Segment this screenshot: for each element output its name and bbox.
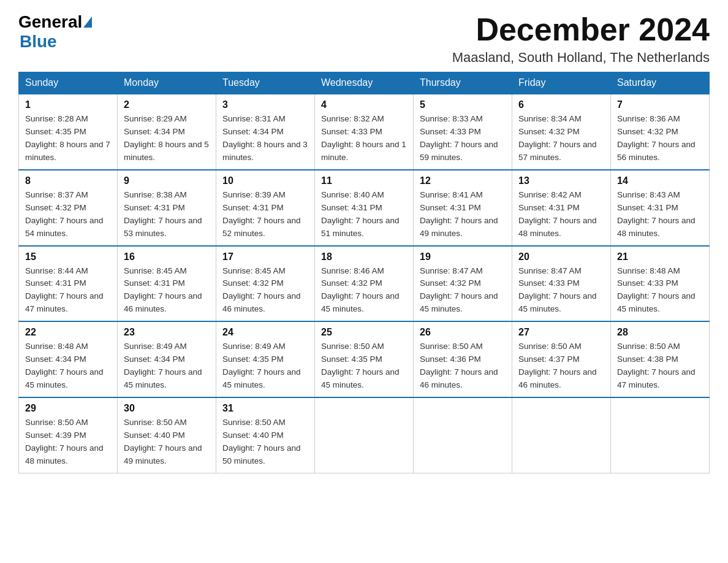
day-number: 10	[222, 175, 308, 186]
day-number: 20	[518, 251, 604, 262]
day-number: 3	[222, 99, 308, 110]
logo-blue-text: Blue	[20, 32, 57, 51]
day-header-monday: Monday	[118, 72, 216, 94]
month-year-title: December 2024	[452, 12, 710, 47]
day-number: 22	[25, 327, 111, 338]
day-info: Sunrise: 8:50 AMSunset: 4:40 PMDaylight:…	[124, 416, 210, 468]
day-number: 4	[321, 99, 407, 110]
day-header-sunday: Sunday	[19, 72, 118, 94]
location-subtitle: Maasland, South Holland, The Netherlands	[452, 50, 710, 66]
day-number: 29	[25, 403, 111, 414]
day-number: 13	[518, 175, 604, 186]
day-cell-28: 28Sunrise: 8:50 AMSunset: 4:38 PMDayligh…	[611, 321, 710, 397]
week-row-4: 22Sunrise: 8:48 AMSunset: 4:34 PMDayligh…	[19, 321, 710, 397]
day-cell-23: 23Sunrise: 8:49 AMSunset: 4:34 PMDayligh…	[118, 321, 216, 397]
day-number: 24	[222, 327, 308, 338]
day-info: Sunrise: 8:50 AMSunset: 4:40 PMDaylight:…	[222, 416, 308, 468]
logo-general-text: General	[18, 12, 82, 32]
day-cell-12: 12Sunrise: 8:41 AMSunset: 4:31 PMDayligh…	[414, 170, 512, 246]
day-number: 26	[420, 327, 506, 338]
day-number: 15	[25, 251, 111, 262]
day-cell-25: 25Sunrise: 8:50 AMSunset: 4:35 PMDayligh…	[315, 321, 414, 397]
day-header-friday: Friday	[512, 72, 611, 94]
day-cell-5: 5Sunrise: 8:33 AMSunset: 4:33 PMDaylight…	[414, 94, 512, 170]
day-info: Sunrise: 8:40 AMSunset: 4:31 PMDaylight:…	[321, 189, 407, 240]
day-info: Sunrise: 8:33 AMSunset: 4:33 PMDaylight:…	[420, 113, 506, 164]
day-info: Sunrise: 8:28 AMSunset: 4:35 PMDaylight:…	[25, 113, 111, 164]
day-info: Sunrise: 8:41 AMSunset: 4:31 PMDaylight:…	[420, 189, 506, 240]
day-cell-14: 14Sunrise: 8:43 AMSunset: 4:31 PMDayligh…	[611, 170, 710, 246]
empty-cell	[512, 397, 611, 473]
day-info: Sunrise: 8:47 AMSunset: 4:32 PMDaylight:…	[420, 265, 506, 316]
day-info: Sunrise: 8:48 AMSunset: 4:33 PMDaylight:…	[617, 265, 703, 316]
day-cell-26: 26Sunrise: 8:50 AMSunset: 4:36 PMDayligh…	[414, 321, 512, 397]
day-number: 7	[617, 99, 703, 110]
day-cell-3: 3Sunrise: 8:31 AMSunset: 4:34 PMDaylight…	[216, 94, 315, 170]
day-info: Sunrise: 8:32 AMSunset: 4:33 PMDaylight:…	[321, 113, 407, 164]
day-info: Sunrise: 8:36 AMSunset: 4:32 PMDaylight:…	[617, 113, 703, 164]
day-cell-16: 16Sunrise: 8:45 AMSunset: 4:31 PMDayligh…	[118, 246, 216, 322]
calendar-header-row: SundayMondayTuesdayWednesdayThursdayFrid…	[19, 72, 710, 94]
day-info: Sunrise: 8:42 AMSunset: 4:31 PMDaylight:…	[518, 189, 604, 240]
day-cell-17: 17Sunrise: 8:45 AMSunset: 4:32 PMDayligh…	[216, 246, 315, 322]
empty-cell	[414, 397, 512, 473]
day-number: 30	[124, 403, 210, 414]
day-info: Sunrise: 8:47 AMSunset: 4:33 PMDaylight:…	[518, 265, 604, 316]
day-cell-29: 29Sunrise: 8:50 AMSunset: 4:39 PMDayligh…	[19, 397, 118, 473]
day-cell-10: 10Sunrise: 8:39 AMSunset: 4:31 PMDayligh…	[216, 170, 315, 246]
title-block: December 2024 Maasland, South Holland, T…	[452, 12, 710, 66]
day-info: Sunrise: 8:39 AMSunset: 4:31 PMDaylight:…	[222, 189, 308, 240]
day-number: 2	[124, 99, 210, 110]
day-info: Sunrise: 8:48 AMSunset: 4:34 PMDaylight:…	[25, 340, 111, 392]
week-row-1: 1Sunrise: 8:28 AMSunset: 4:35 PMDaylight…	[19, 94, 710, 170]
day-cell-11: 11Sunrise: 8:40 AMSunset: 4:31 PMDayligh…	[315, 170, 414, 246]
calendar-table: SundayMondayTuesdayWednesdayThursdayFrid…	[18, 72, 710, 473]
day-number: 14	[617, 175, 703, 186]
logo-triangle-icon	[83, 17, 92, 28]
day-cell-8: 8Sunrise: 8:37 AMSunset: 4:32 PMDaylight…	[19, 170, 118, 246]
empty-cell	[315, 397, 414, 473]
day-number: 5	[420, 99, 506, 110]
day-number: 28	[617, 327, 703, 338]
day-info: Sunrise: 8:38 AMSunset: 4:31 PMDaylight:…	[124, 189, 210, 240]
day-cell-4: 4Sunrise: 8:32 AMSunset: 4:33 PMDaylight…	[315, 94, 414, 170]
day-info: Sunrise: 8:50 AMSunset: 4:39 PMDaylight:…	[25, 416, 111, 468]
day-info: Sunrise: 8:34 AMSunset: 4:32 PMDaylight:…	[518, 113, 604, 164]
day-number: 19	[420, 251, 506, 262]
day-cell-19: 19Sunrise: 8:47 AMSunset: 4:32 PMDayligh…	[414, 246, 512, 322]
day-header-saturday: Saturday	[611, 72, 710, 94]
day-info: Sunrise: 8:49 AMSunset: 4:34 PMDaylight:…	[124, 340, 210, 392]
day-info: Sunrise: 8:50 AMSunset: 4:38 PMDaylight:…	[617, 340, 703, 392]
week-row-2: 8Sunrise: 8:37 AMSunset: 4:32 PMDaylight…	[19, 170, 710, 246]
day-header-thursday: Thursday	[414, 72, 512, 94]
logo: General Blue	[18, 12, 93, 52]
day-number: 6	[518, 99, 604, 110]
day-number: 17	[222, 251, 308, 262]
day-cell-9: 9Sunrise: 8:38 AMSunset: 4:31 PMDaylight…	[118, 170, 216, 246]
day-info: Sunrise: 8:31 AMSunset: 4:34 PMDaylight:…	[222, 113, 308, 164]
day-cell-6: 6Sunrise: 8:34 AMSunset: 4:32 PMDaylight…	[512, 94, 611, 170]
day-info: Sunrise: 8:45 AMSunset: 4:32 PMDaylight:…	[222, 265, 308, 316]
day-number: 23	[124, 327, 210, 338]
day-cell-31: 31Sunrise: 8:50 AMSunset: 4:40 PMDayligh…	[216, 397, 315, 473]
day-cell-20: 20Sunrise: 8:47 AMSunset: 4:33 PMDayligh…	[512, 246, 611, 322]
day-header-tuesday: Tuesday	[216, 72, 315, 94]
day-cell-18: 18Sunrise: 8:46 AMSunset: 4:32 PMDayligh…	[315, 246, 414, 322]
day-info: Sunrise: 8:29 AMSunset: 4:34 PMDaylight:…	[124, 113, 210, 164]
day-info: Sunrise: 8:43 AMSunset: 4:31 PMDaylight:…	[617, 189, 703, 240]
day-number: 21	[617, 251, 703, 262]
day-info: Sunrise: 8:37 AMSunset: 4:32 PMDaylight:…	[25, 189, 111, 240]
day-number: 12	[420, 175, 506, 186]
day-cell-22: 22Sunrise: 8:48 AMSunset: 4:34 PMDayligh…	[19, 321, 118, 397]
day-info: Sunrise: 8:50 AMSunset: 4:37 PMDaylight:…	[518, 340, 604, 392]
day-info: Sunrise: 8:44 AMSunset: 4:31 PMDaylight:…	[25, 265, 111, 316]
day-number: 9	[124, 175, 210, 186]
day-cell-13: 13Sunrise: 8:42 AMSunset: 4:31 PMDayligh…	[512, 170, 611, 246]
day-cell-2: 2Sunrise: 8:29 AMSunset: 4:34 PMDaylight…	[118, 94, 216, 170]
empty-cell	[611, 397, 710, 473]
day-info: Sunrise: 8:50 AMSunset: 4:36 PMDaylight:…	[420, 340, 506, 392]
day-number: 27	[518, 327, 604, 338]
day-cell-21: 21Sunrise: 8:48 AMSunset: 4:33 PMDayligh…	[611, 246, 710, 322]
day-info: Sunrise: 8:46 AMSunset: 4:32 PMDaylight:…	[321, 265, 407, 316]
day-number: 18	[321, 251, 407, 262]
